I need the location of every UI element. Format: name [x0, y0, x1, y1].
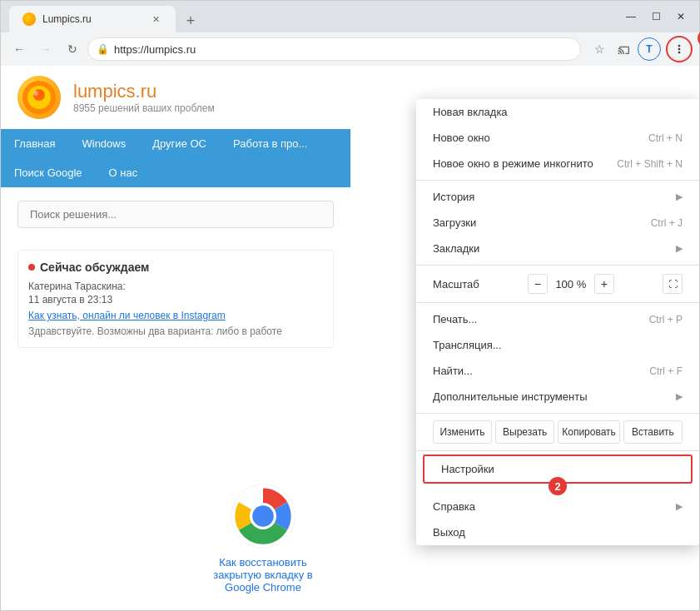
site-title: lumpics.ru	[73, 81, 215, 102]
edit-button-izmenyt[interactable]: Изменить	[433, 420, 492, 444]
site-nav: Главная Windows Другие ОС Работа в про..…	[1, 129, 350, 158]
edit-button-copy[interactable]: Копировать	[558, 420, 620, 444]
zoom-value: 100 %	[554, 278, 588, 291]
tab-close-button[interactable]: ✕	[149, 12, 162, 26]
site-search	[1, 187, 350, 241]
edit-button-paste[interactable]: Вставить	[623, 420, 683, 444]
discussing-author: Катерина Тараскина:	[28, 281, 323, 292]
title-bar: Lumpics.ru ✕ + — ☐ ✕	[1, 1, 699, 32]
chrome-card-title[interactable]: Как восстановить закрытую вкладку в Goog…	[201, 556, 325, 594]
site-content: lumpics.ru 8955 решений ваших проблем Гл…	[1, 66, 350, 610]
zoom-plus-button[interactable]: +	[594, 274, 614, 294]
menu-divider-3	[416, 302, 699, 303]
menu-divider-4	[416, 413, 699, 414]
discussing-date: 11 августа в 23:13	[28, 294, 323, 306]
menu-item-cast[interactable]: Трансляция...	[416, 332, 699, 358]
discussing-link[interactable]: Как узнать, онлайн ли человек в Instagra…	[28, 310, 226, 321]
edit-button-cut[interactable]: Вырезать	[495, 420, 554, 444]
site-logo	[17, 76, 61, 119]
new-tab-button[interactable]: +	[179, 9, 202, 32]
edit-row: Изменить Вырезать Копировать Вставить	[416, 417, 699, 447]
site-tagline: 8955 решений ваших проблем	[73, 102, 215, 114]
menu-item-bookmarks[interactable]: Закладки ▶	[416, 236, 699, 261]
menu-button-container: 1	[666, 36, 693, 62]
discussing-label: Сейчас обсуждаем	[40, 261, 149, 274]
tab-bar: Lumpics.ru ✕ +	[1, 1, 202, 32]
svg-point-3	[33, 91, 38, 96]
nav-windows[interactable]: Windows	[68, 129, 139, 158]
menu-divider-2	[416, 265, 699, 266]
menu-item-help[interactable]: Справка ▶	[416, 494, 699, 519]
menu-divider-5	[416, 450, 699, 451]
menu-item-history[interactable]: История ▶	[416, 184, 699, 210]
bookmark-button[interactable]: ☆	[588, 37, 611, 61]
lock-icon: 🔒	[97, 43, 109, 55]
now-discussing-title: Сейчас обсуждаем	[28, 261, 323, 274]
browser-window: Lumpics.ru ✕ + — ☐ ✕ ← → ↻ 🔒 https://lum…	[0, 0, 700, 611]
zoom-label: Масштаб	[433, 278, 479, 291]
zoom-minus-button[interactable]: −	[528, 274, 548, 294]
dropdown-menu: Новая вкладка Новое окно Ctrl + N Новое …	[416, 99, 699, 545]
svg-point-6	[252, 505, 274, 527]
menu-divider-1	[416, 180, 699, 181]
refresh-button[interactable]: ↻	[61, 37, 84, 61]
tab-title: Lumpics.ru	[42, 13, 142, 25]
maximize-button[interactable]: ☐	[644, 5, 668, 28]
menu-item-find[interactable]: Найти... Ctrl + F	[416, 358, 699, 384]
chrome-logo	[230, 483, 296, 549]
address-bar[interactable]: 🔒 https://lumpics.ru	[87, 37, 581, 61]
menu-item-incognito[interactable]: Новое окно в режиме инкогнито Ctrl + Shi…	[416, 151, 699, 176]
menu-item-new-tab[interactable]: Новая вкладка	[416, 99, 699, 125]
nav-other-os[interactable]: Другие ОС	[139, 129, 220, 158]
tab-favicon	[22, 12, 36, 26]
search-input[interactable]	[17, 201, 334, 228]
nav-home[interactable]: Главная	[1, 129, 68, 158]
menu-button[interactable]	[666, 36, 693, 62]
minimize-button[interactable]: —	[619, 5, 643, 28]
menu-item-more-tools[interactable]: Дополнительные инструменты ▶	[416, 384, 699, 410]
nav-google-search[interactable]: Поиск Google	[1, 158, 96, 187]
page-content: lumpics.ru 8955 решений ваших проблем Гл…	[1, 66, 699, 610]
close-button[interactable]: ✕	[669, 5, 693, 28]
address-text: https://lumpics.ru	[114, 43, 572, 56]
fullscreen-button[interactable]: ⛶	[663, 274, 683, 294]
menu-item-new-window[interactable]: Новое окно Ctrl + N	[416, 125, 699, 151]
forward-button[interactable]: →	[34, 37, 57, 61]
settings-label: Настройки	[441, 463, 494, 475]
red-dot	[28, 264, 35, 271]
back-button[interactable]: ←	[7, 37, 31, 61]
active-tab[interactable]: Lumpics.ru ✕	[9, 6, 176, 32]
profile-icon[interactable]: T	[638, 37, 661, 61]
nav-bar: ← → ↻ 🔒 https://lumpics.ru ☆ T 1	[1, 32, 699, 66]
settings-row: Настройки 2	[416, 455, 699, 484]
site-header: lumpics.ru 8955 решений ваших проблем	[1, 66, 350, 129]
zoom-row: Масштаб − 100 % + ⛶	[416, 269, 699, 299]
chrome-card: Как восстановить закрытую вкладку в Goog…	[201, 483, 325, 594]
menu-item-print[interactable]: Печать... Ctrl + P	[416, 306, 699, 332]
nav-icons-right: ☆ T 1	[588, 36, 693, 62]
cast-icon[interactable]	[613, 37, 636, 61]
step-2-indicator: 2	[549, 477, 567, 495]
discussing-text: Здравствуйте. Возможны два варианта: либ…	[28, 325, 323, 337]
menu-item-downloads[interactable]: Загрузки Ctrl + J	[416, 210, 699, 236]
site-nav-2: Поиск Google О нас	[1, 158, 350, 187]
menu-item-exit[interactable]: Выход	[416, 519, 699, 545]
site-brand: lumpics.ru 8955 решений ваших проблем	[73, 81, 215, 114]
nav-work[interactable]: Работа в про...	[220, 129, 320, 158]
nav-about[interactable]: О нас	[96, 158, 151, 187]
window-controls: — ☐ ✕	[613, 1, 699, 32]
zoom-controls: − 100 % +	[528, 274, 614, 294]
now-discussing: Сейчас обсуждаем Катерина Тараскина: 11 …	[17, 250, 334, 348]
